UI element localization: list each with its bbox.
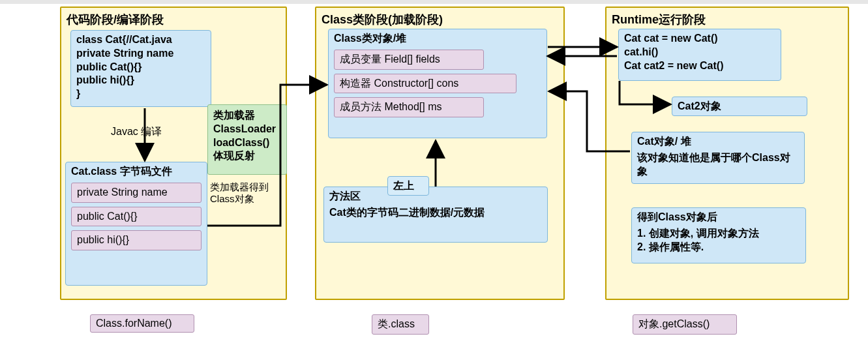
javac-label: Javac 编译	[111, 125, 162, 139]
method-area-box: 方法区 Cat类的字节码二进制数据/元数据	[323, 187, 548, 243]
classloader-l2: ClassLoader	[213, 123, 281, 136]
classloader-l3: loadClass()	[213, 136, 281, 150]
after-l2: 2. 操作属性等.	[637, 241, 800, 254]
catobj-title: Cat对象/ 堆	[637, 135, 799, 149]
source-line-1: class Cat{//Cat.java	[76, 33, 205, 47]
cat2-box: Cat2对象	[672, 97, 807, 116]
stage-runtime-title: Runtime运行阶段	[606, 8, 848, 31]
sticky-text: 左上	[393, 180, 414, 191]
after-box: 得到Class对象后 1. 创建对象, 调用对象方法 2. 操作属性等.	[631, 207, 806, 263]
heap-chip-methods: 成员方法 Method[] ms	[334, 97, 484, 117]
bytecode-box: Cat.class 字节码文件 private String name publ…	[65, 162, 207, 286]
method-area-body: Cat类的字节码二进制数据/元数据	[329, 206, 542, 220]
runtime-code-l2: cat.hi()	[624, 46, 775, 59]
bytecode-chip-2: public Cat(){}	[71, 207, 202, 227]
runtime-code-box: Cat cat = new Cat() cat.hi() Cat cat2 = …	[618, 29, 781, 81]
heap-chip-cons: 构造器 Constructor[] cons	[334, 74, 516, 94]
catobj-box: Cat对象/ 堆 该对象知道他是属于哪个Class对象	[631, 132, 805, 184]
compile-footer-chip: Class.forName()	[90, 314, 194, 333]
cat2-label: Cat2对象	[678, 100, 721, 112]
sticky-note: 左上	[387, 176, 429, 196]
source-code-box: class Cat{//Cat.java private String name…	[70, 30, 211, 107]
stage-class-title: Class类阶段(加载阶段)	[316, 8, 563, 31]
source-line-2: private String name	[76, 47, 205, 61]
after-title: 得到Class对象后	[637, 211, 800, 224]
class-heap-box: Class类对象/堆 成员变量 Field[] fields 构造器 Const…	[328, 29, 547, 138]
classloader-l4: 体现反射	[213, 149, 281, 163]
runtime-code-l3: Cat cat2 = new Cat()	[624, 59, 775, 73]
classloader-note: 类加载器得到Class对象	[210, 181, 288, 205]
classloader-l1: 类加载器	[213, 109, 281, 123]
source-line-5: }	[76, 87, 205, 101]
bytecode-title: Cat.class 字节码文件	[71, 165, 202, 179]
runtime-code-l1: Cat cat = new Cat()	[624, 32, 775, 46]
classloader-box: 类加载器 ClassLoader loadClass() 体现反射	[207, 104, 287, 175]
method-area-title: 方法区	[329, 190, 542, 203]
bytecode-chip-1: private String name	[71, 183, 202, 203]
source-line-3: public Cat(){}	[76, 61, 205, 74]
class-heap-title: Class类对象/堆	[334, 32, 541, 46]
runtime-footer-chip: 对象.getClass()	[633, 314, 737, 335]
heap-chip-fields: 成员变量 Field[] fields	[334, 50, 484, 70]
classstage-footer-chip: 类.class	[372, 314, 429, 335]
bytecode-chip-3: public hi(){}	[71, 230, 202, 250]
stage-compile-title: 代码阶段/编译阶段	[61, 8, 286, 31]
source-line-4: public hi(){}	[76, 74, 205, 87]
after-l1: 1. 创建对象, 调用对象方法	[637, 227, 800, 241]
catobj-body: 该对象知道他是属于哪个Class对象	[637, 151, 799, 179]
